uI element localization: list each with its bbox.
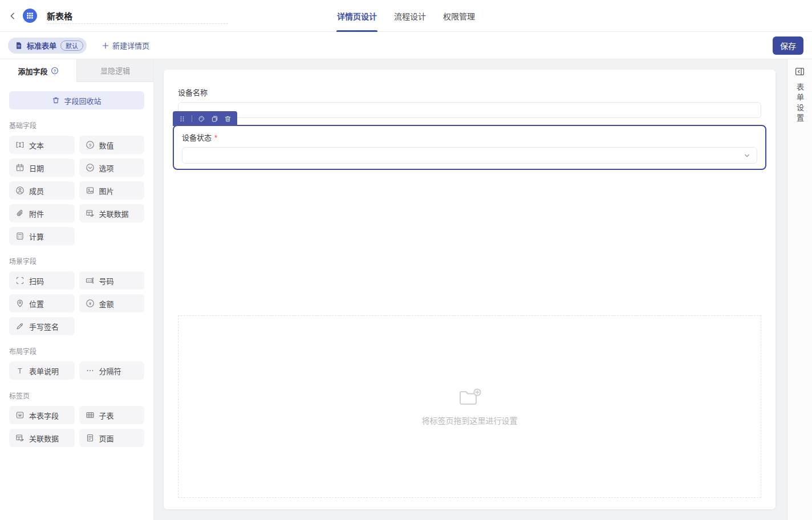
field-button-amount[interactable]: ¥ 金额: [79, 294, 145, 312]
field-button-form-description[interactable]: T 表单说明: [9, 361, 75, 380]
top-header: 新表格 详情页设计 流程设计 权限管理: [0, 0, 812, 32]
new-detail-page-label: 新建详情页: [112, 40, 149, 51]
chevron-down-icon: [743, 152, 751, 160]
field-button-page[interactable]: 页面: [79, 429, 145, 447]
select-input[interactable]: [182, 147, 757, 164]
field-button-image[interactable]: 图片: [79, 181, 145, 200]
this-table-icon: [15, 411, 25, 420]
number-icon: 9: [86, 140, 95, 149]
tab-visibility-logic[interactable]: 显隐逻辑: [76, 59, 153, 82]
new-detail-page-button[interactable]: 新建详情页: [102, 40, 149, 51]
tab-process-design[interactable]: 流程设计: [394, 0, 426, 32]
field-button-label: 关联数据: [99, 208, 129, 219]
subtable-icon: [86, 411, 95, 420]
tab-label: 权限管理: [443, 10, 475, 22]
field-button-label: 文本: [29, 140, 44, 151]
app-icon[interactable]: [23, 9, 37, 23]
field-button-serial-number[interactable]: 123 号码: [79, 271, 145, 290]
field-toolbar: [173, 111, 237, 126]
folder-plus-icon: [458, 388, 481, 407]
toolbar-divider: [192, 115, 192, 122]
field-button-attachment[interactable]: 附件: [9, 204, 75, 222]
field-button-option[interactable]: 选项: [79, 159, 145, 177]
scan-icon: [15, 276, 25, 285]
field-label: 设备状态*: [182, 132, 757, 143]
panel-collapse-icon[interactable]: [795, 67, 805, 76]
field-block-device-status-selected[interactable]: 设备状态*: [173, 125, 766, 170]
field-button-divider[interactable]: 分隔符: [79, 361, 145, 380]
form-switcher-label: 标准表单: [27, 40, 56, 51]
field-button-label: 关联数据: [29, 433, 59, 444]
form-settings-rail: 表单设置: [787, 59, 812, 520]
design-area: 设备名称 设备状态*: [154, 59, 787, 520]
field-button-location[interactable]: 位置: [9, 294, 75, 312]
tab-label: 流程设计: [394, 10, 426, 22]
tab-detail-page-design[interactable]: 详情页设计: [337, 0, 377, 32]
delete-icon[interactable]: [224, 115, 232, 123]
drag-handle-icon[interactable]: [178, 115, 186, 123]
section-title-tab-pages: 标签页: [9, 391, 144, 400]
field-button-label: 本表字段: [29, 410, 59, 421]
calculator-icon: [15, 231, 25, 241]
sidebar-tabs: 添加字段 ? 显隐逻辑: [0, 59, 153, 82]
page-title: 新表格: [47, 10, 72, 22]
field-button-label: 计算: [29, 231, 44, 242]
trash-icon: [52, 96, 60, 104]
style-palette-icon[interactable]: [198, 115, 205, 123]
field-button-label: 选项: [99, 162, 114, 173]
field-button-scan[interactable]: 扫码: [9, 271, 75, 290]
document-icon: [15, 42, 23, 50]
field-button-label: 图片: [99, 185, 114, 196]
section-title-scene-fields: 场景字段: [9, 256, 144, 266]
field-recycle-bin-button[interactable]: 字段回收站: [9, 91, 144, 109]
field-button-label: 扫码: [29, 275, 44, 286]
field-button-label: 日期: [29, 162, 44, 173]
text-input[interactable]: [178, 102, 761, 118]
option-icon: [86, 163, 95, 172]
relation-icon: [15, 433, 25, 442]
plus-icon: [102, 42, 109, 49]
field-block-device-name[interactable]: 设备名称: [178, 87, 761, 118]
field-button-label: 分隔符: [99, 365, 121, 376]
basic-fields-grid: 文本 9 数值 1 日期 选项 成员: [9, 136, 144, 245]
form-settings-label[interactable]: 表单设置: [794, 83, 805, 124]
field-palette-sidebar: 添加字段 ? 显隐逻辑 字段回收站 基础字段 文本: [0, 59, 154, 520]
svg-text:9: 9: [88, 143, 91, 148]
selected-field-content: 设备状态*: [178, 132, 761, 164]
field-button-number[interactable]: 9 数值: [79, 136, 145, 154]
field-button-relation[interactable]: 关联数据: [79, 204, 145, 222]
field-button-member[interactable]: 成员: [9, 181, 75, 200]
form-title-wrap[interactable]: 新表格: [47, 0, 72, 32]
text-field-icon: [15, 140, 25, 149]
save-button[interactable]: 保存: [773, 36, 803, 55]
scene-fields-grid: 扫码 123 号码 位置 ¥ 金额 手写签名: [9, 271, 144, 335]
section-title-basic-fields: 基础字段: [9, 120, 144, 130]
form-switcher-pill[interactable]: 标准表单 默认: [8, 38, 87, 54]
tab-page-dropzone[interactable]: 将标签页拖到这里进行设置: [178, 315, 761, 498]
sub-toolbar: 标准表单 默认 新建详情页 保存: [0, 32, 812, 59]
tab-add-field[interactable]: 添加字段 ?: [0, 59, 76, 82]
recycle-bin-label: 字段回收站: [64, 95, 101, 106]
header-tabs: 详情页设计 流程设计 权限管理: [337, 0, 475, 32]
field-button-text[interactable]: 文本: [9, 136, 75, 154]
field-button-date[interactable]: 1 日期: [9, 159, 75, 177]
tab-pages-grid: 本表字段 子表 关联数据 页面: [9, 406, 144, 447]
grid-icon: [26, 12, 34, 19]
field-button-relation-tab[interactable]: 关联数据: [9, 429, 75, 447]
field-button-this-table-fields[interactable]: 本表字段: [9, 406, 75, 424]
svg-text:1: 1: [19, 167, 21, 170]
field-button-label: 金额: [99, 298, 114, 309]
svg-text:123: 123: [87, 279, 92, 282]
dropzone-hint: 将标签页拖到这里进行设置: [422, 415, 518, 426]
tab-permission-management[interactable]: 权限管理: [443, 0, 475, 32]
field-button-signature[interactable]: 手写签名: [9, 317, 75, 335]
member-icon: [15, 186, 25, 195]
chevron-left-icon: [9, 12, 17, 20]
help-icon[interactable]: ?: [51, 67, 59, 75]
form-canvas[interactable]: 设备名称 设备状态*: [164, 70, 776, 509]
back-button[interactable]: [7, 10, 18, 22]
field-button-label: 附件: [29, 208, 44, 219]
copy-icon[interactable]: [211, 115, 218, 123]
field-button-calculation[interactable]: 计算: [9, 227, 75, 245]
field-button-subtable[interactable]: 子表: [79, 406, 145, 424]
